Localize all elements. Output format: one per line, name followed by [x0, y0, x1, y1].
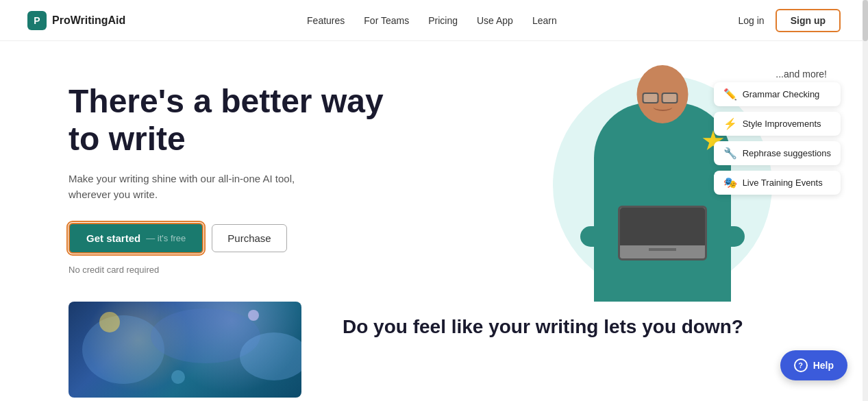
chip-rephrase: 🔧 Rephrase suggestions [714, 141, 841, 165]
person-body [594, 103, 731, 302]
signup-button[interactable]: Sign up [776, 9, 841, 32]
hero-buttons: Get started — it's free Purchase [69, 223, 484, 254]
chip-training-label: Live Training Events [743, 178, 823, 188]
svg-point-3 [99, 312, 120, 332]
hero-subtitle: Make your writing shine with our all-in-… [69, 171, 301, 202]
rephrase-icon: 🔧 [723, 147, 737, 160]
get-started-button[interactable]: Get started — it's free [69, 223, 203, 254]
chip-training: 🎭 Live Training Events [714, 171, 841, 195]
hero-section: There's a better way to write Make your … [0, 41, 868, 302]
and-more-text: ...and more! [776, 69, 827, 80]
person-glasses [643, 93, 678, 104]
no-credit-card-text: No credit card required [69, 265, 484, 275]
navigation: P ProWritingAid Features For Teams Prici… [0, 0, 868, 41]
get-started-label: Get started [86, 232, 140, 244]
bottom-heading: Do you feel like your writing lets you d… [343, 302, 743, 339]
nav-links: Features For Teams Pricing Use App Learn [307, 14, 557, 27]
hero-title: There's a better way to write [69, 82, 411, 158]
hero-right: ...and more! ⌒ ✏️ Grammar Checking ⚡ Sty… [484, 69, 841, 302]
nav-use-app[interactable]: Use App [477, 15, 513, 26]
nav-actions: Log in Sign up [739, 9, 841, 32]
nav-learn[interactable]: Learn [532, 15, 557, 26]
purchase-button[interactable]: Purchase [212, 224, 286, 252]
scrollbar[interactable] [863, 0, 868, 401]
chip-rephrase-label: Rephrase suggestions [743, 148, 831, 158]
training-icon: 🎭 [723, 176, 737, 189]
scrollbar-thumb[interactable] [863, 0, 868, 41]
bottom-text: Do you feel like your writing lets you d… [343, 302, 743, 339]
help-label: Help [813, 360, 834, 371]
logo-icon: P [27, 11, 47, 30]
login-button[interactable]: Log in [739, 15, 765, 26]
logo-link[interactable]: P ProWritingAid [27, 11, 125, 30]
nav-for-teams[interactable]: For Teams [364, 15, 409, 26]
help-icon: ? [794, 359, 808, 372]
style-icon: ⚡ [723, 117, 737, 130]
bottom-image [69, 302, 301, 398]
svg-point-5 [171, 370, 185, 384]
cta-free-text: — it's free [146, 233, 186, 243]
chip-grammar-label: Grammar Checking [743, 89, 820, 99]
bottom-section: Do you feel like your writing lets you d… [0, 302, 868, 398]
chip-grammar: ✏️ Grammar Checking [714, 82, 841, 106]
starry-night-image [69, 302, 301, 398]
nav-features[interactable]: Features [307, 15, 345, 26]
starry-night-svg [69, 302, 301, 398]
svg-point-0 [82, 315, 164, 384]
chip-style-label: Style Improvements [743, 119, 821, 129]
person-head [637, 65, 689, 123]
grammar-icon: ✏️ [723, 88, 737, 101]
feature-chips: ✏️ Grammar Checking ⚡ Style Improvements… [714, 82, 841, 195]
nav-pricing[interactable]: Pricing [428, 15, 458, 26]
person-laptop [618, 206, 707, 260]
hero-left: There's a better way to write Make your … [69, 69, 484, 302]
svg-point-4 [248, 310, 259, 321]
chip-style: ⚡ Style Improvements [714, 112, 841, 136]
logo-text: ProWritingAid [52, 14, 125, 27]
help-button[interactable]: ? Help [780, 350, 847, 380]
